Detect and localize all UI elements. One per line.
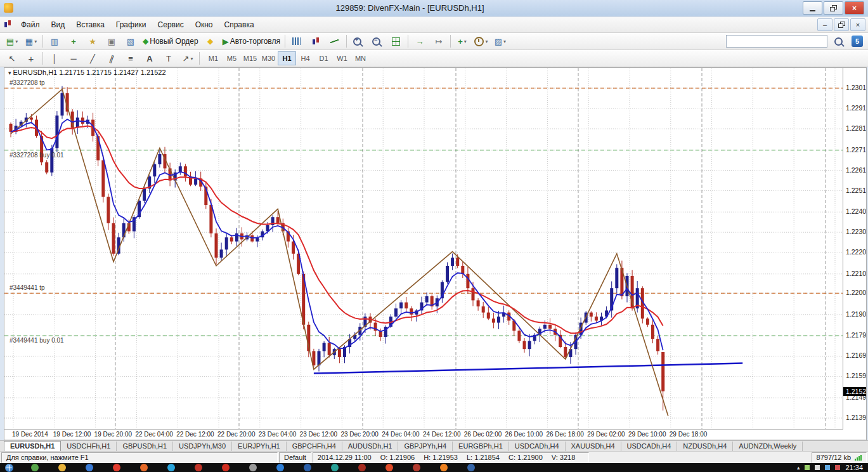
timeframe-m30[interactable]: M30 <box>259 51 278 65</box>
chart-tab-gbpchfh-h4[interactable]: GBPCHFh,H4 <box>287 442 342 451</box>
menu-item-insert[interactable]: Вставка <box>70 18 110 31</box>
metaeditor-button[interactable]: ◆ <box>201 34 220 49</box>
timeframe-mn[interactable]: MN <box>351 51 370 65</box>
chart-tab-eurusdh-h1[interactable]: EURUSDh,H1 <box>4 441 61 451</box>
periods-button[interactable]: ▾ <box>472 34 491 49</box>
autotrading-button[interactable]: ▶Авто-торговля <box>220 34 283 49</box>
taskbar-app-2[interactable] <box>58 464 66 471</box>
chart-tab-audnzdh-weekly[interactable]: AUDNZDh,Weekly <box>733 442 803 451</box>
taskbar-app-6[interactable] <box>167 464 175 471</box>
taskbar-app-4[interactable] <box>113 464 120 471</box>
terminal-button[interactable]: ▣ <box>102 34 121 49</box>
taskbar-clock[interactable]: 21:34 <box>845 464 863 471</box>
chart-tab-usdcadh-h4[interactable]: USDCADh,H4 <box>621 442 678 451</box>
templates-button[interactable]: ▨▾ <box>491 34 510 49</box>
auto-scroll-button[interactable]: → <box>410 34 429 49</box>
restore-button[interactable] <box>824 1 843 15</box>
close-button[interactable]: × <box>845 1 864 15</box>
arrows-tool-button[interactable]: ↗▾ <box>178 51 197 66</box>
chart-shift-button[interactable]: ↦ <box>429 34 448 49</box>
cursor-tool-button[interactable]: ↖ <box>3 51 22 66</box>
timeframe-m15[interactable]: M15 <box>241 51 259 65</box>
menu-item-window[interactable]: Окно <box>190 18 219 31</box>
child-restore-button[interactable] <box>834 18 849 31</box>
support-trendline[interactable] <box>314 364 742 374</box>
tray-chevron-icon[interactable]: ▴ <box>797 464 800 471</box>
zoom-out-button[interactable] <box>368 34 387 49</box>
taskbar-app-13[interactable] <box>358 464 366 471</box>
taskbar-app-9[interactable] <box>249 464 257 471</box>
data-window-button[interactable]: + <box>64 34 83 49</box>
chart-tab-eurjpyh-h1[interactable]: EURJPYh,H1 <box>232 442 287 451</box>
taskbar-app-14[interactable] <box>385 464 393 471</box>
mql5-community-icon[interactable]: 5 <box>852 36 863 47</box>
taskbar-app-8[interactable] <box>222 464 230 471</box>
tile-windows-button[interactable] <box>387 34 406 49</box>
zoom-in-button[interactable] <box>349 34 368 49</box>
menu-item-file[interactable]: Файл <box>15 18 46 31</box>
search-button[interactable] <box>830 34 849 49</box>
child-close-button[interactable]: × <box>850 18 865 31</box>
navigator-button[interactable]: ★ <box>83 34 102 49</box>
start-button[interactable] <box>5 464 13 472</box>
search-input[interactable] <box>726 35 827 48</box>
chart-tab-audusdh-h1[interactable]: AUDUSDh,H1 <box>342 442 399 451</box>
chart-plot[interactable] <box>4 68 843 431</box>
one-click-trading-arrow[interactable]: ▾ <box>8 70 11 76</box>
timeframe-d1[interactable]: D1 <box>314 51 333 65</box>
chart-tab-usdchfh-h1[interactable]: USDCHFh,H1 <box>61 442 117 451</box>
time-axis[interactable]: 19 Dec 201419 Dec 12:0019 Dec 20:0022 De… <box>4 429 843 440</box>
text-label-tool-button[interactable]: T <box>159 51 178 66</box>
chart-tab-usdjpyh-m30[interactable]: USDJPYh,M30 <box>173 442 232 451</box>
profiles-button[interactable]: ▦▾ <box>22 34 41 49</box>
crosshair-tool-button[interactable]: + <box>22 51 41 66</box>
indicators-button[interactable]: +▾ <box>453 34 472 49</box>
menu-item-charts[interactable]: Графики <box>110 18 152 31</box>
taskbar-app-10[interactable] <box>276 464 284 471</box>
horizontal-line-tool-button[interactable]: ─ <box>64 51 83 66</box>
timeframe-m1[interactable]: M1 <box>204 51 223 65</box>
new-order-button[interactable]: ◆Новый Ордер <box>140 34 201 49</box>
tray-icon-1[interactable] <box>805 465 810 470</box>
line-chart-mode-button[interactable] <box>325 34 344 49</box>
new-chart-button[interactable]: ▤▾ <box>3 34 22 49</box>
candlestick-mode-button[interactable] <box>306 34 325 49</box>
chart-tab-usdcadh-h4[interactable]: USDCADh,H4 <box>509 442 566 451</box>
taskbar-app-12[interactable] <box>331 464 339 471</box>
chart-tab-gbpusdh-h1[interactable]: GBPUSDh,H1 <box>117 442 173 451</box>
status-profile[interactable]: Default <box>279 452 311 463</box>
strategy-tester-button[interactable]: ▧ <box>121 34 140 49</box>
bar-chart-mode-button[interactable] <box>287 34 306 49</box>
taskbar-app-15[interactable] <box>413 464 420 471</box>
market-watch-button[interactable]: ▥ <box>45 34 64 49</box>
text-tool-button[interactable]: A <box>140 51 159 66</box>
taskbar-app-1[interactable] <box>31 464 39 471</box>
taskbar-app-5[interactable] <box>140 464 148 471</box>
vertical-line-tool-button[interactable]: │ <box>45 51 64 66</box>
taskbar-app-3[interactable] <box>86 464 93 471</box>
price-axis[interactable]: 1.230151.229151.228151.227101.226101.225… <box>843 68 866 429</box>
chart-tab-gbpjpyh-h4[interactable]: GBPJPYh,H4 <box>398 442 453 451</box>
menu-item-view[interactable]: Вид <box>46 18 71 31</box>
tray-icon-3[interactable] <box>825 465 830 470</box>
fibonacci-tool-button[interactable]: ≡ <box>121 51 140 66</box>
tray-icon-4[interactable] <box>835 465 840 470</box>
timeframe-h1[interactable]: H1 <box>278 51 296 65</box>
taskbar-app-17[interactable] <box>467 464 475 471</box>
chart-tab-nzdusdh-h4[interactable]: NZDUSDh,H4 <box>677 442 733 451</box>
menu-item-help[interactable]: Справка <box>219 18 260 31</box>
timeframe-w1[interactable]: W1 <box>333 51 351 65</box>
taskbar-app-16[interactable] <box>440 464 448 471</box>
taskbar-app-11[interactable] <box>304 464 311 471</box>
taskbar-app-7[interactable] <box>195 464 202 471</box>
channel-tool-button[interactable]: ∥ <box>102 51 121 66</box>
child-minimize-button[interactable]: – <box>817 18 832 31</box>
timeframe-h4[interactable]: H4 <box>296 51 314 65</box>
chart-tab-xauusdh-h4[interactable]: XAUUSDh,H4 <box>566 442 621 451</box>
minimize-button[interactable] <box>803 1 822 15</box>
menu-item-service[interactable]: Сервис <box>152 18 190 31</box>
tray-icon-2[interactable] <box>815 465 820 470</box>
timeframe-m5[interactable]: M5 <box>223 51 241 65</box>
chart-tab-eurgbph-h1[interactable]: EURGBPh,H1 <box>453 442 509 451</box>
trendline-tool-button[interactable]: ╱ <box>83 51 102 66</box>
